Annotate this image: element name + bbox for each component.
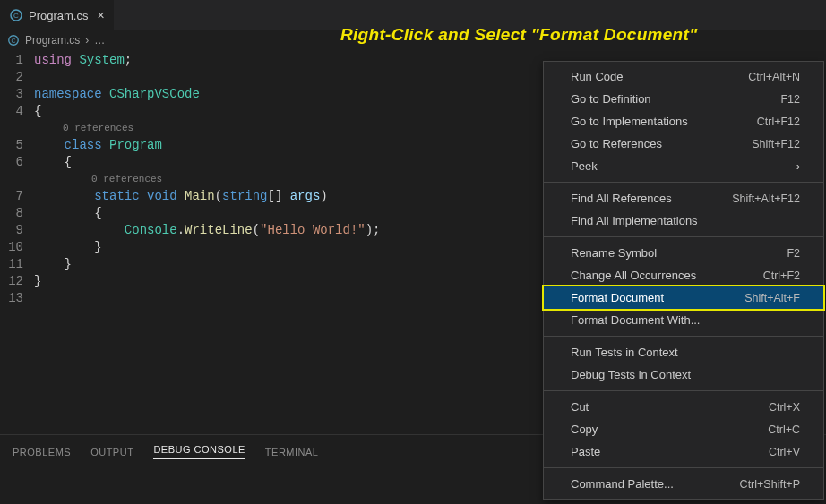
menu-item-find-all-implementations[interactable]: Find All Implementations xyxy=(544,209,823,232)
close-icon[interactable]: × xyxy=(97,8,104,22)
breadcrumb-trail: … xyxy=(94,34,105,47)
menu-item-label: Peek xyxy=(571,159,598,173)
panel-tab-output[interactable]: OUTPUT xyxy=(90,447,133,457)
menu-item-format-document-with[interactable]: Format Document With... xyxy=(544,309,823,331)
menu-item-cut[interactable]: CutCtrl+X xyxy=(544,396,823,418)
menu-item-shortcut: Ctrl+F2 xyxy=(763,269,800,282)
menu-separator xyxy=(544,336,823,337)
menu-item-shortcut: Ctrl+Shift+P xyxy=(740,478,800,491)
tab-title: Program.cs xyxy=(29,9,88,22)
menu-item-label: Run Tests in Context xyxy=(571,346,678,359)
menu-item-shortcut: Ctrl+Alt+N xyxy=(748,71,800,83)
menu-item-shortcut: F12 xyxy=(780,93,800,106)
menu-item-rename-symbol[interactable]: Rename SymbolF2 xyxy=(544,242,823,264)
line-gutter: 1 2 3 4 5 6 7 8 9 10 11 12 13 xyxy=(0,52,34,307)
breadcrumb-file: Program.cs xyxy=(25,34,80,47)
menu-item-label: Go to References xyxy=(571,137,662,150)
menu-item-peek[interactable]: Peek› xyxy=(544,155,823,177)
menu-item-run-code[interactable]: Run CodeCtrl+Alt+N xyxy=(544,65,823,88)
panel-tab-debug-console[interactable]: DEBUG CONSOLE xyxy=(153,444,245,459)
panel-tab-terminal[interactable]: TERMINAL xyxy=(265,447,319,457)
menu-item-label: Change All Occurrences xyxy=(571,269,696,282)
menu-item-label: Format Document With... xyxy=(571,313,700,327)
editor-tab[interactable]: C Program.cs × xyxy=(0,0,115,30)
menu-item-go-to-implementations[interactable]: Go to ImplementationsCtrl+F12 xyxy=(544,110,823,132)
menu-item-copy[interactable]: CopyCtrl+C xyxy=(544,418,823,440)
csharp-file-icon: C xyxy=(7,34,20,47)
menu-item-shortcut: Ctrl+X xyxy=(769,401,800,414)
menu-item-shortcut: Shift+Alt+F xyxy=(744,292,800,304)
instruction-annotation: Right-Click and Select "Format Document" xyxy=(340,25,697,45)
menu-item-paste[interactable]: PasteCtrl+V xyxy=(544,440,823,463)
svg-text:C: C xyxy=(11,38,15,44)
menu-item-shortcut: Ctrl+V xyxy=(769,446,800,458)
menu-separator xyxy=(544,182,823,183)
menu-item-label: Find All Implementations xyxy=(571,214,698,227)
menu-item-shortcut: F2 xyxy=(787,247,800,260)
menu-item-run-tests-in-context[interactable]: Run Tests in Context xyxy=(544,341,823,363)
svg-text:C: C xyxy=(13,12,19,20)
menu-item-shortcut: Shift+F12 xyxy=(752,138,800,150)
menu-item-go-to-references[interactable]: Go to ReferencesShift+F12 xyxy=(544,132,823,155)
menu-item-label: Run Code xyxy=(571,70,624,83)
menu-item-label: Rename Symbol xyxy=(571,246,657,260)
menu-item-label: Go to Implementations xyxy=(571,115,688,128)
menu-item-label: Debug Tests in Context xyxy=(571,368,691,381)
menu-item-label: Format Document xyxy=(571,291,664,304)
menu-item-go-to-definition[interactable]: Go to DefinitionF12 xyxy=(544,88,823,110)
chevron-right-icon: › xyxy=(796,159,800,173)
menu-item-format-document[interactable]: Format DocumentShift+Alt+F xyxy=(544,286,823,309)
menu-item-shortcut: Ctrl+C xyxy=(768,423,800,436)
menu-separator xyxy=(544,467,823,468)
menu-item-shortcut: Shift+Alt+F12 xyxy=(732,192,800,205)
panel-tab-problems[interactable]: PROBLEMS xyxy=(13,447,71,457)
menu-item-label: Paste xyxy=(571,445,600,458)
menu-item-change-all-occurrences[interactable]: Change All OccurrencesCtrl+F2 xyxy=(544,264,823,286)
menu-item-label: Find All References xyxy=(571,192,672,205)
menu-item-label: Copy xyxy=(571,423,598,436)
menu-item-label: Cut xyxy=(571,400,589,414)
menu-item-shortcut: Ctrl+F12 xyxy=(757,115,800,128)
menu-item-debug-tests-in-context[interactable]: Debug Tests in Context xyxy=(544,363,823,386)
menu-item-label: Command Palette... xyxy=(571,477,674,491)
menu-separator xyxy=(544,236,823,237)
menu-separator xyxy=(544,390,823,391)
menu-item-command-palette[interactable]: Command Palette...Ctrl+Shift+P xyxy=(544,473,823,495)
breadcrumb-sep: › xyxy=(85,34,89,47)
menu-item-label: Go to Definition xyxy=(571,92,651,106)
csharp-file-icon: C xyxy=(9,8,23,22)
context-menu: Run CodeCtrl+Alt+NGo to DefinitionF12Go … xyxy=(543,61,824,500)
menu-item-find-all-references[interactable]: Find All ReferencesShift+Alt+F12 xyxy=(544,187,823,209)
